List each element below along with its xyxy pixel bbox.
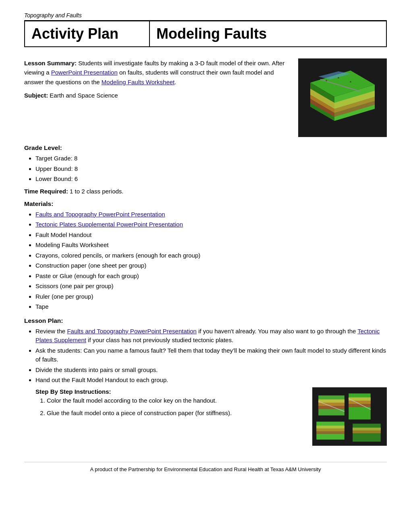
lesson-plan-heading: Lesson Plan: [24, 317, 387, 324]
svg-rect-26 [316, 428, 345, 431]
page-title-right: Modeling Faults [156, 25, 267, 42]
list-item: Divide the students into pairs or small … [35, 366, 387, 375]
lesson-summary-label: Lesson Summary: [24, 60, 77, 66]
fault-model-image [298, 58, 387, 137]
lesson-summary-section: Lesson Summary: Students will investigat… [24, 58, 387, 137]
lesson-summary-paragraph: Lesson Summary: Students will investigat… [24, 58, 289, 87]
footer: A product of the Partnership for Environ… [24, 462, 387, 472]
time-required-label: Time Required: [24, 188, 68, 195]
step-instructions-image [312, 387, 387, 446]
step-by-step-label: Step By Step Instructions: [35, 388, 111, 395]
svg-rect-25 [316, 426, 345, 428]
step-item-1: Color the fault model according to the c… [47, 396, 304, 405]
list-item: Target Grade: 8 [35, 154, 387, 163]
list-item: Ask the students: Can you name a famous … [35, 346, 387, 364]
list-item: Scissors (one pair per group) [35, 282, 387, 291]
svg-point-14 [350, 81, 351, 83]
list-item: Review the Faults and Topography PowerPo… [35, 327, 387, 345]
lesson-summary-text: Lesson Summary: Students will investigat… [24, 58, 289, 137]
subject-label: Subject: [24, 92, 48, 99]
worksheet-link[interactable]: Modeling Faults Worksheet [102, 79, 174, 85]
lesson-summary-text3: . [174, 79, 176, 85]
svg-rect-30 [353, 430, 381, 433]
header-table: Activity Plan Modeling Faults [24, 21, 387, 47]
list-item: Fault Model Handout [35, 231, 387, 240]
materials-heading: Materials: [24, 200, 387, 208]
step-by-step-section: Step By Step Instructions: Color the fau… [35, 387, 387, 446]
svg-rect-27 [316, 431, 345, 434]
page-title-left: Activity Plan [31, 25, 118, 42]
list-item: Upper Bound: 8 [35, 164, 387, 174]
step-instructions-text: Step By Step Instructions: Color the fau… [35, 387, 304, 421]
time-required-paragraph: Time Required: 1 to 2 class periods. [24, 188, 387, 195]
subtitle: Topography and Faults [24, 12, 387, 19]
list-item: Tape [35, 302, 387, 312]
svg-rect-22 [349, 401, 371, 404]
list-item: Modeling Faults Worksheet [35, 241, 387, 250]
subject-paragraph: Subject: Earth and Space Science [24, 91, 289, 100]
svg-rect-29 [353, 428, 381, 430]
faults-topography-link[interactable]: Faults and Topography PowerPoint Present… [35, 211, 165, 218]
grade-level-list: Target Grade: 8 Upper Bound: 8 Lower Bou… [35, 154, 387, 184]
powerpoint-link[interactable]: PowerPoint Presentation [51, 69, 118, 76]
list-item: Faults and Topography PowerPoint Present… [35, 210, 387, 219]
subject-value: Earth and Space Science [50, 92, 118, 99]
list-item: Lower Bound: 6 [35, 175, 387, 184]
list-item: Hand out the Fault Model Handout to each… [35, 376, 387, 446]
list-item: Ruler (one per group) [35, 292, 387, 301]
list-item: Tectonic Plates Supplemental PowerPoint … [35, 220, 387, 229]
step-by-step-header: Step By Step Instructions: Color the fau… [35, 387, 387, 446]
tectonic-plates-link[interactable]: Tectonic Plates Supplemental PowerPoint … [35, 221, 183, 228]
step-item-2: Glue the fault model onto a piece of con… [47, 409, 304, 418]
step-list: Color the fault model according to the c… [47, 396, 304, 418]
grade-level-heading: Grade Level: [24, 144, 387, 152]
lesson-plan-list: Review the Faults and Topography PowerPo… [35, 327, 387, 446]
list-item: Crayons, colored pencils, or markers (en… [35, 251, 387, 260]
svg-rect-17 [318, 399, 345, 403]
materials-list: Faults and Topography PowerPoint Present… [35, 210, 387, 312]
svg-point-12 [326, 80, 327, 81]
svg-point-13 [338, 77, 339, 79]
faults-topography-review-link[interactable]: Faults and Topography PowerPoint Present… [67, 328, 197, 335]
list-item: Construction paper (one sheet per group) [35, 261, 387, 270]
time-required-value: 1 to 2 class periods. [70, 188, 123, 195]
list-item: Paste or Glue (enough for each group) [35, 272, 387, 281]
step-instructions-container: Step By Step Instructions: Color the fau… [35, 387, 387, 446]
